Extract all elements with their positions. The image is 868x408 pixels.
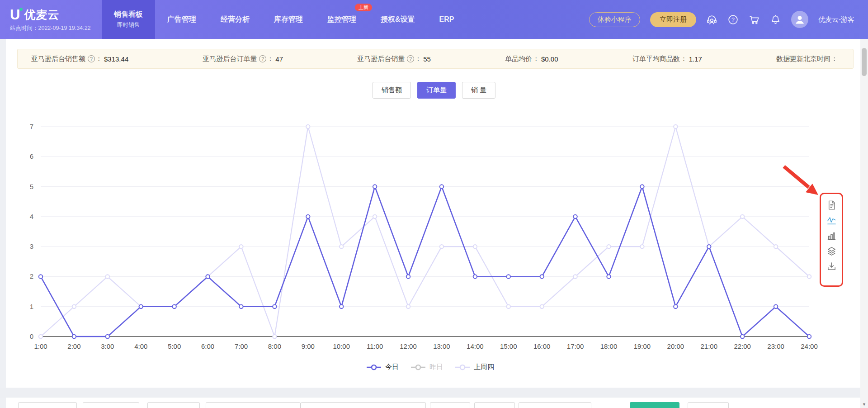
bar-chart-icon[interactable] <box>826 231 837 241</box>
tab-sales-volume[interactable]: 销 量 <box>462 82 495 99</box>
avatar[interactable] <box>791 11 808 28</box>
nav-item-auth-settings[interactable]: 授权&设置 <box>368 0 427 39</box>
legend-today[interactable]: 今日 <box>366 363 399 371</box>
register-button[interactable]: 立即注册 <box>650 12 696 27</box>
metric-tabs: 销售额 订单量 销 量 <box>373 82 495 99</box>
svg-text:7:00: 7:00 <box>235 342 248 350</box>
stack-layers-icon[interactable] <box>826 246 837 256</box>
stat-value: $0.00 <box>541 55 558 63</box>
stats-bar: 亚马逊后台销售额 ? ： $313.44 亚马逊后台订单量 ? ： 47 亚马逊… <box>17 49 854 69</box>
svg-text:22:00: 22:00 <box>734 342 751 350</box>
svg-text:23:00: 23:00 <box>767 342 784 350</box>
nav-item-erp[interactable]: ERP <box>427 0 467 39</box>
user-icon <box>793 13 807 26</box>
svg-text:8:00: 8:00 <box>268 342 281 350</box>
stat-avg-items-per-order: 订单平均商品数 ： 1.17 <box>632 55 702 63</box>
stat-label: 亚马逊后台销售额 <box>31 55 85 63</box>
stat-value: 55 <box>423 55 431 63</box>
nav-item-sublabel: 即时销售 <box>117 21 140 29</box>
svg-text:6:00: 6:00 <box>201 342 214 350</box>
bell-icon[interactable] <box>770 14 781 25</box>
svg-text:2:00: 2:00 <box>67 342 80 350</box>
help-circle-icon[interactable]: ? <box>259 55 266 62</box>
username: 优麦云-游客 <box>818 15 854 24</box>
navbar-right: 体验小程序 立即注册 ? 优麦云-游客 <box>589 0 868 39</box>
page-gutter <box>0 39 6 408</box>
svg-text:0: 0 <box>30 332 33 340</box>
download-icon[interactable] <box>826 261 837 272</box>
svg-text:20:00: 20:00 <box>667 342 684 350</box>
help-icon[interactable]: ? <box>727 14 739 25</box>
filter-control-7[interactable] <box>474 402 515 408</box>
vertical-scrollbar[interactable]: ▼ <box>860 39 868 408</box>
svg-text:3: 3 <box>30 242 33 250</box>
svg-text:4:00: 4:00 <box>134 342 147 350</box>
stat-label: 亚马逊后台订单量 <box>203 55 257 63</box>
legend-line-marker-icon <box>410 364 426 370</box>
nav-item-sales-dashboard[interactable]: 销售看板 即时销售 <box>102 0 155 39</box>
nav-item-business-analysis[interactable]: 经营分析 <box>208 0 262 39</box>
filter-control-5[interactable] <box>301 402 426 408</box>
logo-text: 优麦云 <box>24 7 59 22</box>
legend-yesterday[interactable]: 昨日 <box>410 363 443 371</box>
stat-value: $313.44 <box>104 55 128 63</box>
svg-text:10:00: 10:00 <box>333 342 350 350</box>
site-time: 站点时间：2022-09-19 19:34:22 <box>10 24 102 32</box>
svg-text:17:00: 17:00 <box>567 342 584 350</box>
svg-text:5:00: 5:00 <box>168 342 181 350</box>
line-chart-icon[interactable] <box>826 215 837 226</box>
chart-toolbox <box>820 193 843 287</box>
headset-icon[interactable] <box>706 14 717 25</box>
stat-backend-sales: 亚马逊后台销售额 ? ： $313.44 <box>31 55 128 63</box>
filter-control-4[interactable] <box>206 402 301 408</box>
stat-value: 47 <box>275 55 283 63</box>
logo-u-icon: U <box>10 8 20 22</box>
svg-text:6: 6 <box>30 152 33 160</box>
filter-control-3[interactable] <box>147 402 200 408</box>
svg-text:14:00: 14:00 <box>467 342 484 350</box>
scrollbar-thumb[interactable] <box>862 48 867 76</box>
cart-icon[interactable] <box>749 14 760 25</box>
filter-control-2[interactable] <box>83 402 139 408</box>
stat-label: 亚马逊后台销量 <box>357 55 405 63</box>
tab-order-count[interactable]: 订单量 <box>417 82 456 99</box>
svg-text:15:00: 15:00 <box>500 342 517 350</box>
logo[interactable]: U 优麦云 站点时间：2022-09-19 19:34:22 <box>0 0 102 39</box>
trial-mini-program-button[interactable]: 体验小程序 <box>589 12 640 27</box>
filter-control-6[interactable] <box>430 402 470 408</box>
chart-legend: 今日 昨日 上周四 <box>0 363 860 371</box>
svg-text:7: 7 <box>30 123 33 130</box>
svg-text:12:00: 12:00 <box>400 342 417 350</box>
nav-item-ad-management[interactable]: 广告管理 <box>155 0 208 39</box>
svg-text:5: 5 <box>30 183 33 190</box>
scrollbar-down-icon[interactable]: ▼ <box>860 402 868 407</box>
svg-text:1: 1 <box>30 303 33 310</box>
filter-control-8[interactable] <box>519 402 591 408</box>
svg-text:3:00: 3:00 <box>101 342 114 350</box>
stat-backend-volume: 亚马逊后台销量 ? ： 55 <box>357 55 431 63</box>
top-navbar: U 优麦云 站点时间：2022-09-19 19:34:22 销售看板 即时销售… <box>0 0 868 39</box>
svg-text:19:00: 19:00 <box>634 342 651 350</box>
tab-sales-amount[interactable]: 销售额 <box>373 82 411 99</box>
nav-item-monitor-management[interactable]: 监控管理 上新 <box>315 0 368 39</box>
help-circle-icon[interactable]: ? <box>88 55 95 62</box>
primary-action-button[interactable] <box>630 402 679 408</box>
main-menu: 销售看板 即时销售 广告管理 经营分析 库存管理 监控管理 上新 授权&设置 E… <box>102 0 466 39</box>
filter-control-9[interactable] <box>688 402 729 408</box>
data-view-icon[interactable] <box>826 200 837 210</box>
svg-text:2: 2 <box>30 272 33 280</box>
legend-line-marker-icon <box>455 364 470 370</box>
svg-text:21:00: 21:00 <box>700 342 717 350</box>
hourly-orders-line-chart[interactable]: 012345671:002:003:004:005:006:007:008:00… <box>14 119 845 361</box>
svg-text:24:00: 24:00 <box>801 342 818 350</box>
help-circle-icon[interactable]: ? <box>407 55 414 62</box>
legend-last-thursday[interactable]: 上周四 <box>455 363 494 371</box>
nav-item-inventory-management[interactable]: 库存管理 <box>262 0 315 39</box>
stat-backend-orders: 亚马逊后台订单量 ? ： 47 <box>203 55 283 63</box>
svg-text:4: 4 <box>30 213 33 220</box>
filter-control-1[interactable] <box>18 402 77 408</box>
svg-text:?: ? <box>731 17 735 23</box>
svg-text:1:00: 1:00 <box>34 342 47 350</box>
legend-line-marker-icon <box>366 364 382 370</box>
stat-data-update-time: 数据更新北京时间 ： <box>776 55 840 63</box>
